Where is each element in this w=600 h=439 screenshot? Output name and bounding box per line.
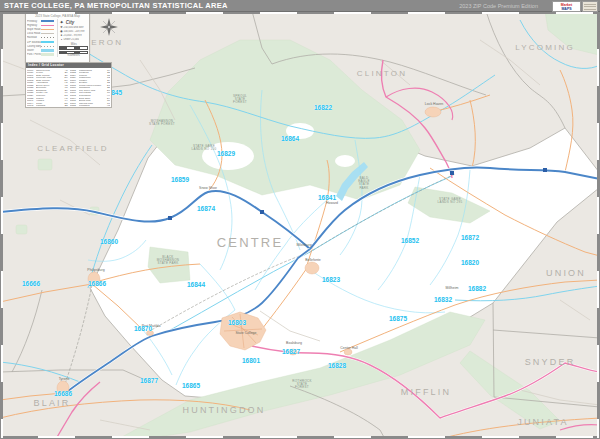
zip-label-16666: 16666 (22, 280, 40, 287)
forest-label: BLACK MOSHANNON STATE PARK (157, 256, 180, 266)
place-label-boalsburg: Boalsburg (286, 341, 302, 345)
zip-label-16820: 16820 (461, 259, 479, 266)
index-column-2: 16852MadisonburgG416853MilesburgE516854M… (69, 68, 112, 107)
county-label-huntingdon: HUNTINGDON (183, 405, 266, 415)
zip-label-16832: 16832 (434, 296, 452, 303)
zip-label-16870: 16870 (134, 325, 152, 332)
legend-line-sample (41, 25, 54, 26)
index-column-1: 16666Osceola MillsA516686TyroneB716801St… (26, 68, 69, 107)
place-label-millheim: Millheim (446, 286, 459, 290)
legend-item-label: Highway (27, 24, 41, 27)
legend-item-label: County Bdry (27, 45, 41, 48)
map-title: STATE COLLEGE, PA METROPOLITAN STATISTIC… (4, 1, 228, 10)
legend-item-park-forest: Park / Forest (27, 53, 56, 57)
index-cell: 16882 (70, 104, 79, 107)
place-label-lock-haven: Lock Haven (425, 102, 443, 106)
forest-label: STATE GAME LANDS NO 100 (192, 145, 217, 151)
county-label-mifflin: MIFFLIN (401, 387, 451, 397)
legend-line-sample (41, 41, 54, 42)
legend-line-sample (41, 33, 54, 34)
legend-item-label: Water (27, 49, 41, 52)
city-star-icon: ✦ (59, 20, 63, 25)
forest-label: MOSHANNON STATE FOREST (149, 120, 175, 126)
publisher-logo: Market MAPS (552, 1, 598, 10)
legend-item-label: ZIP Boundary (27, 41, 41, 44)
place-label-snow-shoe: Snow Shoe (199, 186, 217, 190)
publisher-logo-text: Market MAPS (552, 1, 581, 12)
grid-ruler-right (597, 12, 599, 438)
index-cell: Karthaus (36, 104, 63, 107)
grid-ruler-bottom (1, 436, 599, 438)
city-class-label: Under 25,000 (63, 38, 79, 41)
zip-label-16844: 16844 (187, 281, 205, 288)
zip-label-16823: 16823 (322, 276, 340, 283)
legend-line-sample (41, 53, 54, 56)
index-row-16882: 16882WoodwardH5 (70, 104, 111, 107)
grid-ruler-top (1, 12, 599, 14)
legend-city-class: •Under 25,000 (59, 38, 88, 42)
zip-label-16872: 16872 (461, 234, 479, 241)
zip-label-16859: 16859 (171, 176, 189, 183)
place-label-milesburg: Milesburg (296, 243, 311, 247)
zip-label-16866: 16866 (88, 280, 106, 287)
map-canvas: CAMERONLYCOMINGCLINTONCLEARFIELDCENTREUN… (0, 11, 600, 439)
legend-line-samples: FreewayHighwayMajor RoadLocal RoadRailro… (26, 19, 58, 57)
index-cell: H5 (105, 104, 110, 107)
legend-item-label: Local Road (27, 32, 41, 35)
publisher-logo-mark (582, 1, 598, 12)
legend-line-sample (41, 49, 54, 52)
county-label-lycoming: LYCOMING (515, 43, 575, 52)
zip-label-16874: 16874 (197, 205, 215, 212)
index-cell: 16845 (27, 104, 36, 107)
legend-item-water: Water (27, 48, 56, 52)
zip-label-16882: 16882 (468, 285, 486, 292)
legend-line-sample (41, 29, 54, 30)
county-label-clinton: CLINTON (357, 69, 407, 78)
index-row-16845: 16845KarthausB2 (27, 104, 68, 107)
legend-city-symbols: ✦ City ★250,000 and over◉100,000 - 249,9… (58, 19, 89, 57)
forest-label: STATE GAME LANDS NO 295 (438, 198, 463, 204)
city-class-label: 25,000 - 99,999 (63, 34, 81, 37)
legend-city-class: ◉100,000 - 249,999 (59, 29, 88, 33)
forest-label: ROTHROCK STATE FOREST (292, 380, 312, 390)
legend-item-label: Major Road (27, 28, 41, 31)
legend-line-sample (41, 37, 54, 38)
legend-line-sample (41, 46, 54, 47)
city-class-label: 250,000 and over (63, 26, 83, 29)
county-label-union: UNION (546, 268, 586, 278)
legend-title: 2023 State College, PA MSA Map (26, 14, 89, 18)
place-label-tyrone: Tyrone (59, 377, 70, 381)
legend-scale-bar: Miles Kilometers (59, 43, 88, 57)
place-label-howard: Howard (326, 201, 338, 205)
zip-label-16852: 16852 (401, 237, 419, 244)
zip-label-16864: 16864 (281, 135, 299, 142)
place-label-bellefonte: Bellefonte (305, 258, 321, 262)
title-bar: STATE COLLEGE, PA METROPOLITAN STATISTIC… (0, 0, 600, 12)
zip-label-16803: 16803 (228, 319, 246, 326)
edition-label: 2023 ZIP Code Premium Edition (459, 3, 538, 9)
city-class-label: 100,000 - 249,999 (63, 30, 84, 33)
zip-label-16686: 16686 (54, 390, 72, 397)
zip-label-16865: 16865 (182, 382, 200, 389)
forest-label: BALD EAGLE STATE PARK (358, 177, 370, 190)
county-label-snyder: SNYDER (525, 357, 576, 367)
index-cell: B2 (63, 104, 68, 107)
index-cell: Woodward (79, 104, 106, 107)
county-label-clearfield: CLEARFIELD (37, 144, 108, 153)
forest-label: SPROUL STATE FOREST (233, 95, 247, 105)
legend-item-label: Freeway (27, 20, 41, 23)
zip-label-16828: 16828 (328, 362, 346, 369)
legend-line-sample (41, 20, 54, 22)
zip-label-16875: 16875 (389, 315, 407, 322)
zip-label-16841: 16841 (318, 194, 336, 201)
legend-item-label: Park / Forest (27, 53, 41, 56)
legend-panel: 2023 State College, PA MSA Map FreewayHi… (25, 12, 90, 63)
zip-label-16801: 16801 (242, 357, 260, 364)
zip-label-16829: 16829 (217, 150, 235, 157)
scale-km-label: Kilometers (59, 54, 88, 57)
place-label-philipsburg: Philipsburg (87, 268, 104, 272)
zip-label-16877: 16877 (140, 377, 158, 384)
county-label-centre: CENTRE (217, 235, 284, 250)
county-label-blair: BLAIR (33, 398, 70, 408)
legend-item-label: Railroad (27, 36, 41, 39)
